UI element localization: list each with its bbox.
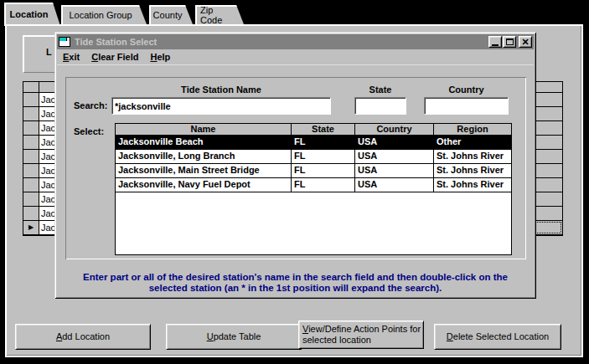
cell-state: FL [292, 164, 355, 177]
cell-region: Other [434, 136, 511, 149]
row-selector-cell[interactable] [23, 150, 39, 163]
button-label: Add Location [56, 331, 110, 342]
tide-station-name-header: Tide Station Name [111, 85, 331, 95]
dialog-menu-bar: Exit Clear Field Help [57, 49, 534, 65]
header-region[interactable]: Region [434, 124, 511, 135]
cell-region: St. Johns River [434, 178, 511, 192]
dialog-title-bar[interactable]: Tide Station Select ✕ [57, 34, 534, 49]
cell-country: USA [355, 150, 434, 163]
instructions-line1: Enter part or all of the desired station… [63, 272, 528, 283]
instructions-line2: selected station (an * in the 1st positi… [63, 283, 528, 294]
select-label: Select: [74, 126, 104, 136]
row-selector-arrow-icon: ▶ [28, 224, 34, 231]
dialog-instructions: Enter part or all of the desired station… [63, 272, 528, 294]
cell-name: Jacksonville Beach [116, 136, 292, 149]
form-window-icon [59, 37, 70, 47]
grid-corner-cell [23, 82, 39, 92]
location-frame-label: L [46, 47, 52, 57]
row-selector-cell[interactable] [23, 192, 39, 206]
menu-item-exit[interactable]: Exit [57, 50, 85, 64]
application-window: Location Location Group County Zip Code … [0, 0, 589, 364]
row-selector-cell[interactable] [23, 107, 39, 120]
row-selector-cell[interactable]: ▶ [23, 221, 39, 234]
row-selector-cell[interactable] [23, 164, 39, 177]
close-icon: ✕ [521, 38, 529, 47]
button-label-line1: View/Define Action Points for [302, 324, 421, 335]
tide-station-select-dialog: Tide Station Select ✕ Exit Clear Field H… [54, 32, 536, 299]
table-row[interactable]: Jacksonville BeachFLUSAOther [116, 136, 511, 150]
close-button[interactable]: ✕ [519, 36, 532, 48]
cell-state: FL [292, 178, 355, 192]
cell-name: Jacksonville, Navy Fuel Depot [116, 178, 292, 192]
search-country-input[interactable] [424, 97, 509, 115]
cell-state: FL [292, 136, 355, 149]
cell-country: USA [355, 178, 434, 192]
cell-name: Jacksonville, Main Street Bridge [116, 164, 292, 177]
button-label: Delete Selected Location [447, 331, 549, 342]
cell-region: St. Johns River [434, 150, 511, 163]
minimize-icon [492, 44, 499, 46]
cell-country: USA [355, 136, 434, 149]
table-row[interactable]: Jacksonville, Navy Fuel DepotFLUSASt. Jo… [116, 178, 511, 192]
row-selector-cell[interactable] [23, 121, 39, 135]
cell-state: FL [292, 150, 355, 163]
table-row[interactable]: Jacksonville, Main Street BridgeFLUSASt.… [116, 164, 511, 178]
table-row[interactable]: Jacksonville, Long BranchFLUSASt. Johns … [116, 150, 511, 164]
station-table[interactable]: Name State Country Region Jacksonville B… [115, 123, 512, 255]
row-selector-cell[interactable] [23, 136, 39, 149]
search-label: Search: [74, 100, 107, 110]
state-header: State [354, 85, 406, 95]
button-label-line2: selected location [302, 335, 371, 346]
menu-item-clear-field[interactable]: Clear Field [85, 50, 144, 64]
button-label: Update Table [207, 331, 261, 342]
country-header: Country [424, 85, 509, 95]
add-location-button[interactable]: Add Location [15, 324, 151, 350]
view-define-action-points-button[interactable]: View/Define Action Points for selected l… [298, 320, 424, 349]
cell-region: St. Johns River [434, 164, 511, 177]
row-selector-cell[interactable] [23, 93, 39, 106]
delete-selected-location-button[interactable]: Delete Selected Location [434, 324, 561, 350]
row-selector-cell[interactable] [23, 178, 39, 192]
minimize-button[interactable] [488, 36, 502, 48]
station-table-body: Jacksonville BeachFLUSAOtherJacksonville… [116, 136, 511, 192]
update-table-button[interactable]: Update Table [166, 324, 302, 350]
maximize-icon [506, 38, 514, 45]
header-name[interactable]: Name [116, 124, 292, 135]
search-name-input[interactable] [111, 97, 331, 115]
dialog-content-panel: Tide Station Name State Country Search: … [65, 77, 526, 259]
cell-name: Jacksonville, Long Branch [116, 150, 292, 163]
search-state-input[interactable] [354, 97, 406, 115]
menu-item-help[interactable]: Help [144, 50, 176, 64]
maximize-button[interactable] [503, 36, 516, 48]
header-state[interactable]: State [292, 124, 355, 135]
row-selector-cell[interactable] [23, 207, 39, 220]
header-country[interactable]: Country [355, 124, 434, 135]
station-table-header: Name State Country Region [116, 124, 511, 136]
cell-country: USA [355, 164, 434, 177]
dialog-title: Tide Station Select [75, 37, 488, 47]
